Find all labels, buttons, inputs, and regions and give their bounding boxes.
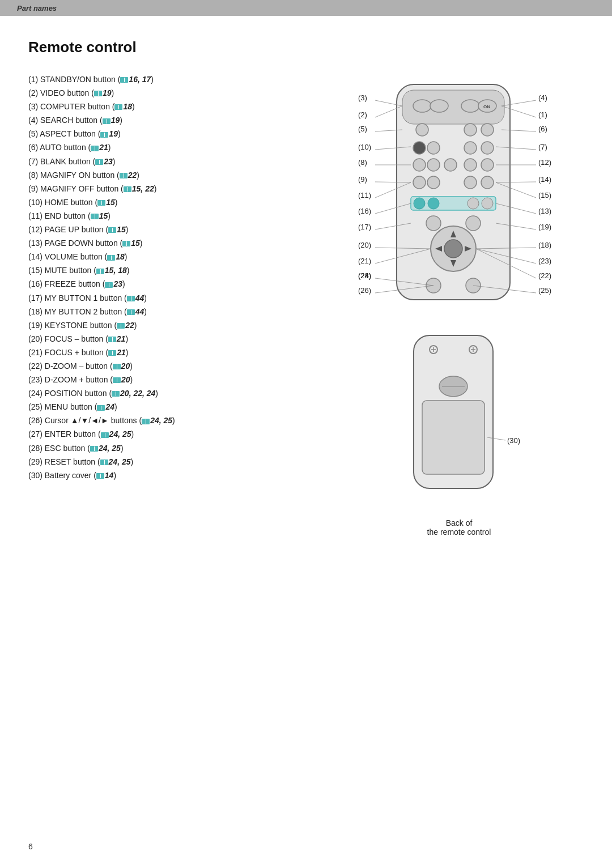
svg-point-29 <box>430 100 448 112</box>
svg-text:(6): (6) <box>538 125 547 133</box>
page-ref-icon <box>112 391 120 397</box>
page-ref-icon <box>97 200 105 206</box>
list-item: (30) Battery cover (14) <box>28 469 323 482</box>
svg-point-42 <box>444 159 457 171</box>
page-ref-icon <box>103 118 110 124</box>
svg-point-54 <box>426 216 441 231</box>
svg-text:(18): (18) <box>538 241 551 249</box>
list-item: (3) COMPUTER button (18) <box>28 100 323 113</box>
list-item: (1) STANDBY/ON button (16, 17) <box>28 73 323 86</box>
svg-text:(16): (16) <box>358 207 371 215</box>
page-footer: 6 <box>28 842 33 851</box>
item-list: (1) STANDBY/ON button (16, 17)(2) VIDEO … <box>28 73 323 483</box>
list-item: (24) POSITION button (20, 22, 24) <box>28 387 323 400</box>
page-ref-icon <box>114 104 122 110</box>
svg-text:ON: ON <box>483 104 490 109</box>
svg-point-30 <box>461 100 479 112</box>
svg-point-33 <box>416 124 428 136</box>
list-item: (23) D-ZOOM + button (20) <box>28 373 323 386</box>
svg-point-46 <box>427 176 440 189</box>
svg-point-53 <box>482 198 493 209</box>
svg-text:(30): (30) <box>507 436 520 445</box>
page-ref-icon <box>100 459 108 465</box>
list-item: (15) MUTE button (15, 18) <box>28 264 323 277</box>
list-item: (19) KEYSTONE button (22) <box>28 319 323 332</box>
page-ref-icon <box>108 227 116 233</box>
svg-point-55 <box>466 216 481 231</box>
svg-point-34 <box>464 124 477 136</box>
header-bar: Part names <box>0 0 612 16</box>
svg-point-38 <box>464 142 477 154</box>
page-ref-icon <box>124 186 131 192</box>
page-ref-icon <box>107 255 115 261</box>
page-ref-icon <box>91 214 99 219</box>
remote-front-svg: (3) (2) (5) (10) (8) (9) (11) (16) (17) … <box>351 73 567 311</box>
svg-point-50 <box>414 198 425 209</box>
list-item: (20) FOCUS – button (21) <box>28 333 323 346</box>
svg-point-57 <box>444 240 462 258</box>
page-ref-icon <box>120 77 128 83</box>
page-ref-icon <box>90 446 98 452</box>
page-ref-icon <box>97 405 105 411</box>
page-ref-icon <box>105 282 113 288</box>
svg-text:(19): (19) <box>538 223 551 231</box>
list-item: (27) ENTER button (24, 25) <box>28 428 323 441</box>
svg-text:(17): (17) <box>358 223 371 231</box>
svg-text:(21): (21) <box>358 257 371 265</box>
list-item: (7) BLANK button (23) <box>28 155 323 168</box>
list-item: (4) SEARCH button (19) <box>28 114 323 127</box>
svg-point-35 <box>481 124 494 136</box>
list-item: (26) Cursor ▲/▼/◄/► buttons (24, 25) <box>28 414 323 427</box>
svg-text:(13): (13) <box>538 207 551 215</box>
list-item: (5) ASPECT button (19) <box>28 127 323 141</box>
svg-text:(15): (15) <box>538 191 551 199</box>
svg-text:(23): (23) <box>538 257 551 265</box>
page-ref-icon <box>95 159 103 165</box>
svg-text:(20): (20) <box>358 241 371 249</box>
page-ref-icon <box>91 146 99 151</box>
list-item: (6) AUTO button (21) <box>28 141 323 154</box>
svg-point-47 <box>464 176 477 189</box>
svg-text:(11): (11) <box>358 191 371 199</box>
list-item: (9) MAGNIFY OFF button (15, 22) <box>28 182 323 195</box>
list-item: (14) VOLUME button (18) <box>28 250 323 263</box>
list-item: (2) VIDEO button (19) <box>28 87 323 100</box>
svg-text:(22): (22) <box>538 271 551 280</box>
svg-point-52 <box>468 198 479 209</box>
svg-text:(8): (8) <box>358 158 367 167</box>
svg-point-41 <box>427 159 440 171</box>
page-ref-icon <box>122 241 130 246</box>
svg-point-40 <box>413 159 426 171</box>
page-ref-icon <box>120 173 128 178</box>
page-ref-icon <box>113 364 121 369</box>
remote-back-label: Back ofthe remote control <box>380 518 538 537</box>
page-title: Remote control <box>28 39 584 56</box>
svg-point-44 <box>481 159 494 171</box>
svg-text:(3): (3) <box>358 93 367 102</box>
list-item: (22) D-ZOOM – button (20) <box>28 360 323 373</box>
svg-text:(9): (9) <box>358 175 367 184</box>
page-ref-icon <box>127 309 135 315</box>
page-ref-icon <box>100 132 108 138</box>
main-content: Remote control (1) STANDBY/ON button (16… <box>0 16 612 559</box>
svg-text:(26): (26) <box>358 286 371 295</box>
svg-text:(4): (4) <box>538 93 547 102</box>
list-item: (21) FOCUS + button (21) <box>28 346 323 359</box>
svg-text:(1): (1) <box>538 110 547 119</box>
list-item: (25) MENU button (24) <box>28 401 323 414</box>
page-ref-icon <box>113 377 121 383</box>
list-item: (12) PAGE UP button (15) <box>28 223 323 236</box>
svg-text:(7): (7) <box>538 143 547 151</box>
list-item: (29) RESET button (24, 25) <box>28 456 323 469</box>
svg-text:(14): (14) <box>538 175 551 184</box>
page-ref-icon <box>117 323 125 329</box>
list-item: (17) MY BUTTON 1 button (44) <box>28 292 323 305</box>
svg-text:(2): (2) <box>358 110 367 119</box>
svg-text:(12): (12) <box>538 158 551 167</box>
page-ref-icon <box>127 296 135 301</box>
svg-point-37 <box>427 142 440 154</box>
svg-point-39 <box>481 142 494 154</box>
svg-point-43 <box>464 159 477 171</box>
svg-text:(5): (5) <box>358 125 367 133</box>
page-ref-icon <box>108 350 116 356</box>
